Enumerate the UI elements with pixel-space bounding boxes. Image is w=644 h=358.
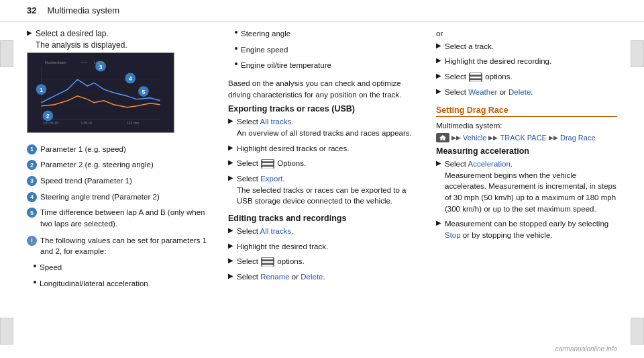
info-text: The following values can be set for para…: [40, 235, 215, 257]
dot-icon: [235, 31, 237, 34]
numbered-item-2: 2 Parameter 2 (e.g. steering angle): [27, 159, 215, 173]
breadcrumb-home-icon: [436, 133, 449, 142]
or-bullet-4-text: Select Weather or Delete.: [445, 87, 533, 98]
multimedia-system-label: Multimedia system:: [436, 120, 617, 132]
svg-text:1:45.18: 1:45.18: [81, 122, 93, 125]
or-bullet-3: ▶ Select options.: [436, 71, 617, 85]
dot-item-speed: Speed: [27, 262, 215, 276]
numbered-item-4: 4 Steering angle trend (Parameter 2): [27, 191, 215, 206]
edit-bullet-3: ▶ Select options.: [228, 256, 423, 270]
options-icon-3: [469, 73, 482, 82]
bullet-arrow-icon: ▶: [436, 42, 441, 49]
screenshot-svg: 3 4 5 1 2 Hockenheim: [28, 53, 174, 132]
info-item: i The following values can be set for pa…: [27, 235, 215, 260]
delete-link-2[interactable]: Delete: [508, 88, 531, 96]
info-icon: i: [27, 236, 37, 246]
bullet-arrow-icon: ▶: [436, 56, 441, 64]
numbered-item-2-text: Parameter 2 (e.g. steering angle): [40, 159, 154, 171]
export-section-heading: Exporting tracks or races (USB): [228, 104, 423, 114]
svg-text:3: 3: [99, 63, 103, 70]
svg-text:Hockenheim: Hockenheim: [44, 60, 66, 64]
edit-bullet-4: ▶ Select Rename or Delete.: [228, 271, 423, 285]
svg-rect-26: [262, 261, 274, 263]
svg-rect-29: [470, 77, 482, 78]
svg-text:LAP ▼: LAP ▼: [94, 60, 104, 64]
bullet-arrow-icon: ▶: [436, 87, 441, 95]
svg-text:4: 4: [129, 75, 132, 82]
drag-race-section-heading: Setting Drag Race: [436, 105, 617, 117]
numbered-item-5-text: Time difference between lap A and B (onl…: [40, 207, 215, 229]
page-container: 32 Multimedia system ▶ Select a desired …: [0, 0, 644, 358]
bullet-arrow-icon: ▶: [228, 242, 233, 249]
left-column: ▶ Select a desired lap. The analysis is …: [27, 28, 215, 294]
export-bullet-4: ▶ Select Export.The selected tracks or r…: [228, 173, 423, 210]
export-bullet-3-text: Select Options.: [237, 158, 306, 169]
measure-bullet-1-text: Select Acceleration.Measurement begins w…: [445, 159, 617, 214]
svg-text:142 mm: 142 mm: [127, 122, 139, 125]
measure-bullet-2-text: Measurement can be stopped early by sele…: [445, 218, 617, 240]
svg-text:1: 1: [40, 87, 43, 93]
all-tracks-link-1[interactable]: All tracks: [260, 118, 292, 126]
svg-text:2: 2: [46, 113, 50, 120]
edit-bullet-1-text: Select All tracks.: [237, 226, 293, 237]
acceleration-link[interactable]: Acceleration: [468, 160, 511, 168]
svg-text:——: ——: [81, 60, 88, 64]
rename-link[interactable]: Rename: [260, 273, 289, 281]
measure-accel-heading: Measuring acceleration: [436, 146, 617, 156]
numbered-item-5: 5 Time difference between lap A and B (o…: [27, 207, 215, 232]
num-badge-1: 1: [27, 144, 37, 154]
svg-rect-28: [470, 73, 482, 74]
page-title: Multimedia system: [47, 5, 119, 15]
num-badge-3: 3: [27, 176, 37, 186]
options-icon-2: [261, 257, 274, 267]
middle-dot-items: Steering angle Engine speed Engine oil/t…: [228, 28, 423, 74]
or-text: or: [436, 28, 617, 40]
edit-bullet-2-text: Highlight the desired track.: [237, 241, 328, 253]
measure-bullet-1: ▶ Select Acceleration.Measurement begins…: [436, 159, 617, 217]
intro-bullet-1: ▶ Select a desired lap. The analysis is …: [27, 28, 215, 51]
right-column: or ▶ Select a track. ▶ Highlight the des…: [436, 28, 617, 294]
all-tracks-link-2[interactable]: All tracks: [260, 227, 292, 235]
or-bullet-3-text: Select options.: [445, 71, 513, 83]
bullet-arrow-icon: ▶: [228, 257, 233, 264]
main-content: ▶ Select a desired lap. The analysis is …: [0, 28, 644, 294]
num-badge-4: 4: [27, 192, 37, 202]
svg-rect-24: [262, 167, 274, 168]
breadcrumb-arrow-1: ▶▶: [451, 134, 461, 141]
breadcrumb-drag-race[interactable]: Drag Race: [560, 134, 596, 142]
or-bullet-4: ▶ Select Weather or Delete.: [436, 87, 617, 101]
watermark: carmanualonline.info: [555, 345, 617, 353]
edit-bullet-2: ▶ Highlight the desired track.: [228, 241, 423, 255]
numbered-item-1: 1 Parameter 1 (e.g. speed): [27, 144, 215, 158]
export-link[interactable]: Export: [260, 175, 282, 183]
edit-section-heading: Editing tracks and recordings: [228, 214, 423, 223]
breadcrumb-arrow-3: ▶▶: [549, 134, 558, 141]
intro-bullet-text: Select a desired lap. The analysis is di…: [36, 28, 127, 51]
dot-icon: [235, 47, 237, 50]
page-number: 32: [27, 5, 36, 15]
numbered-item-1-text: Parameter 1 (e.g. speed): [40, 144, 126, 155]
edit-bullet-3-text: Select options.: [237, 256, 305, 267]
breadcrumb-track-pace[interactable]: TRACK PACE: [500, 134, 546, 142]
or-bullet-1: ▶ Select a track.: [436, 41, 617, 55]
edit-bullet-4-text: Select Rename or Delete.: [237, 271, 325, 283]
breadcrumb-vehicle[interactable]: Vehicle: [463, 134, 486, 142]
delete-link-1[interactable]: Delete: [301, 273, 323, 281]
bullet-arrow-icon: ▶: [436, 159, 441, 167]
svg-rect-25: [262, 258, 274, 259]
export-bullet-3: ▶ Select Options.: [228, 158, 423, 172]
num-badge-2: 2: [27, 160, 37, 170]
page-header: 32 Multimedia system: [0, 0, 644, 21]
screenshot-image: 3 4 5 1 2 Hockenheim: [27, 52, 174, 133]
analysis-text: Based on the analysis you can check and …: [228, 78, 423, 100]
or-bullet-2-text: Highlight the desired recording.: [445, 56, 551, 67]
or-bullet-2: ▶ Highlight the desired recording.: [436, 56, 617, 70]
dot-items-list: Speed Longitudinal/lateral acceleration: [27, 262, 215, 292]
dot-icon: [34, 265, 36, 267]
weather-link[interactable]: Weather: [468, 88, 497, 96]
stop-link[interactable]: Stop: [445, 231, 461, 239]
numbered-item-4-text: Steering angle trend (Parameter 2): [40, 191, 160, 203]
svg-rect-27: [262, 265, 274, 266]
svg-rect-22: [262, 160, 274, 161]
bullet-arrow-icon: ▶: [228, 159, 233, 166]
